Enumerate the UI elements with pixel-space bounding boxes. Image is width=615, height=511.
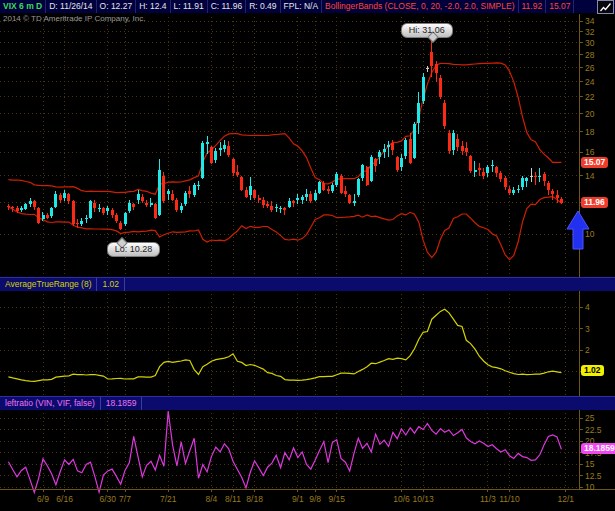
svg-text:12/1: 12/1 (557, 494, 574, 504)
svg-text:25: 25 (585, 413, 595, 423)
bollinger-bands[interactable] (8, 63, 561, 260)
low-tooltip: Lo: 10.28 (107, 242, 161, 257)
bollinger-upper-line (8, 63, 561, 194)
svg-text:6/16: 6/16 (56, 494, 73, 504)
svg-text:8/11: 8/11 (225, 494, 241, 504)
atr-plot[interactable] (8, 309, 561, 381)
range-field: R: 0.49 (246, 0, 280, 13)
svg-text:10/6: 10/6 (393, 494, 410, 504)
upper-band-badge: 15.07 (581, 157, 608, 168)
svg-text:32: 32 (585, 27, 595, 37)
svg-text:22.5: 22.5 (585, 425, 602, 435)
leftratio-study-label[interactable]: leftratio (VIN, VIF, false) (0, 397, 101, 410)
date-field: D: 11/26/14 (46, 0, 96, 13)
svg-text:26: 26 (585, 63, 595, 73)
svg-text:8/18: 8/18 (246, 494, 263, 504)
svg-text:15: 15 (585, 459, 595, 469)
svg-text:14: 14 (585, 171, 595, 181)
symbol-label[interactable]: VIX 6 m D (0, 0, 46, 13)
open-field: O: 12.27 (97, 0, 137, 13)
svg-text:30: 30 (585, 38, 595, 48)
bollinger-lower-value: 11.92 (519, 0, 547, 13)
axes (0, 11, 615, 492)
svg-text:16: 16 (585, 147, 595, 157)
atr-study-value: 1.02 (97, 278, 125, 291)
atr-study-label[interactable]: AverageTrueRange (8) (0, 278, 97, 291)
atr-value-badge: 1.02 (581, 365, 604, 376)
high-tooltip-label: Hi: 31.06 (409, 25, 445, 35)
svg-text:9/15: 9/15 (328, 494, 345, 504)
leftratio-study-value: 18.1859 (101, 397, 143, 410)
fpl-field: FPL: N/A (281, 0, 322, 13)
svg-text:18: 18 (585, 127, 595, 137)
chart-canvas[interactable]: 6/96/166/307/77/218/48/118/189/19/89/151… (0, 0, 615, 511)
svg-text:2: 2 (585, 345, 590, 355)
leftratio-plot[interactable] (8, 411, 561, 492)
low-tooltip-label: Lo: 10.28 (115, 244, 153, 254)
svg-text:6/30: 6/30 (100, 494, 117, 504)
svg-text:10: 10 (585, 229, 595, 239)
grid-lines (0, 11, 579, 489)
chart-header: VIX 6 m D D: 11/26/14 O: 12.27 H: 12.4 L… (0, 0, 615, 14)
svg-text:28: 28 (585, 50, 595, 60)
header-spacer (574, 0, 596, 13)
atr-panel-header: AverageTrueRange (8) 1.02 (0, 277, 615, 291)
leftratio-panel-header: leftratio (VIN, VIF, false) 18.1859 (0, 396, 615, 410)
svg-text:12.5: 12.5 (585, 471, 602, 481)
svg-text:7/21: 7/21 (160, 494, 177, 504)
leftratio-value-badge: 18.1859 (581, 443, 615, 454)
svg-text:11/10: 11/10 (499, 494, 520, 504)
high-tooltip: Hi: 31.06 (401, 23, 453, 38)
bollinger-upper-value: 15.07 (546, 0, 574, 13)
chart-style-icon[interactable] (597, 0, 614, 14)
bollinger-study-label[interactable]: BollingerBands (CLOSE, 0, 20, -2.0, 2.0,… (322, 0, 518, 13)
svg-text:9/1: 9/1 (292, 494, 304, 504)
last-price-badge: 11.96 (581, 197, 608, 208)
svg-text:8/4: 8/4 (205, 494, 217, 504)
copyright-text: 2014 © TD Ameritrade IP Company, Inc. (3, 14, 145, 23)
svg-text:11/3: 11/3 (480, 494, 496, 504)
trading-chart-window: 6/96/166/307/77/218/48/118/189/19/89/151… (0, 0, 615, 511)
high-field: H: 12.4 (136, 0, 170, 13)
svg-text:24: 24 (585, 77, 595, 87)
atr-line (8, 309, 561, 381)
low-field: L: 11.91 (171, 0, 208, 13)
leftratio-line (8, 411, 561, 492)
svg-text:6/9: 6/9 (37, 494, 49, 504)
svg-text:10: 10 (585, 482, 595, 492)
svg-text:3: 3 (585, 324, 590, 334)
svg-text:20: 20 (585, 109, 595, 119)
svg-text:4: 4 (585, 302, 590, 312)
svg-text:34: 34 (585, 16, 595, 26)
close-field: C: 11.96 (208, 0, 247, 13)
svg-text:22: 22 (585, 92, 595, 102)
svg-text:7/7: 7/7 (119, 494, 131, 504)
svg-text:10/13: 10/13 (412, 494, 434, 504)
svg-text:9/8: 9/8 (309, 494, 321, 504)
